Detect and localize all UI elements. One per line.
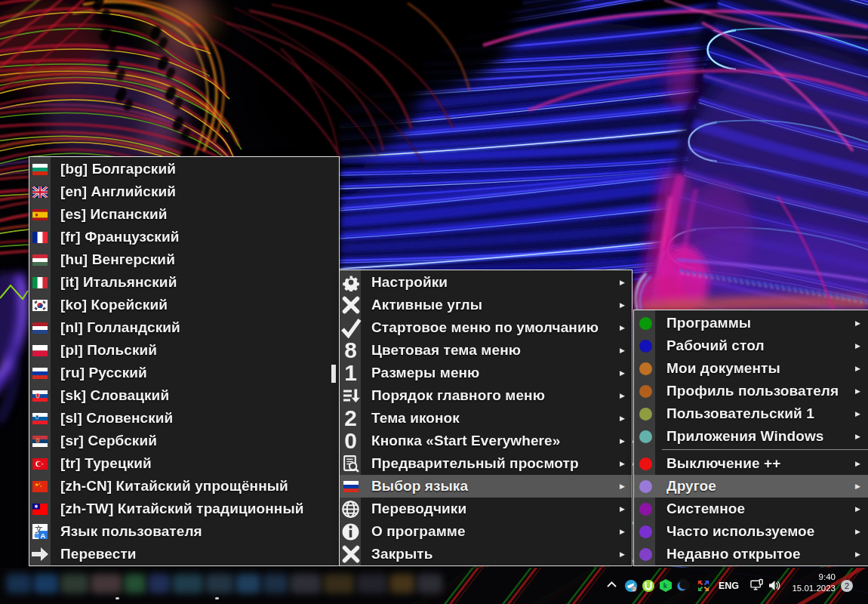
svg-text:k: k (663, 581, 668, 590)
svg-text:A: A (41, 532, 46, 540)
svg-text:2: 2 (633, 586, 636, 592)
svg-text:★: ★ (40, 485, 42, 488)
